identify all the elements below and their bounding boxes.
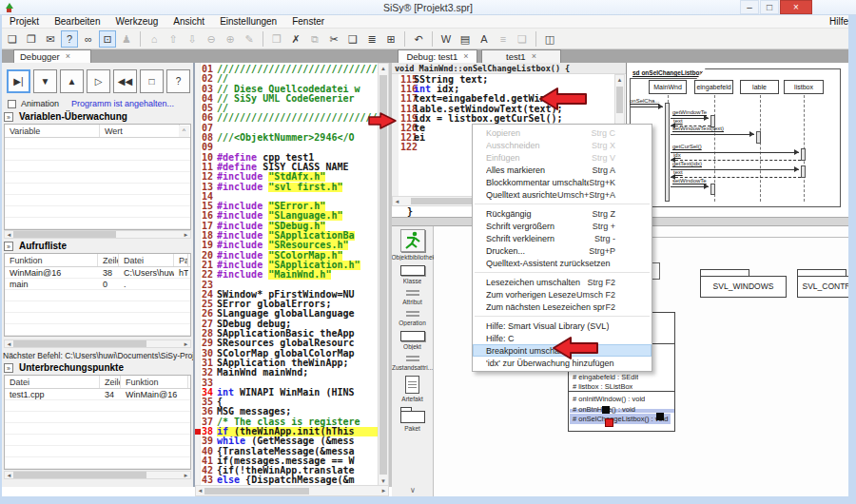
code-line-36[interactable]: 36MSG messages; (195, 407, 378, 417)
scroll-thumb[interactable] (13, 231, 116, 238)
help-book-icon[interactable]: ◫ (541, 30, 558, 48)
scroll-thumb[interactable] (13, 340, 146, 347)
scroll-up-icon[interactable]: ▲ (379, 64, 388, 73)
print-icon[interactable]: ▤ (457, 30, 474, 48)
code-line-06[interactable]: 06//////////////////////////////// (195, 113, 378, 123)
list-view-icon[interactable]: ≣ (363, 30, 380, 48)
menu-bearbeiten[interactable]: Bearbeiten (47, 15, 107, 29)
context-menu-item-quelltext-assistent-zur-cksetzen[interactable]: Quelltext-Assistent zurücksetzen (473, 257, 652, 269)
code-line-37[interactable]: 37/* The class is registere (195, 417, 378, 427)
code-line-14[interactable]: 14 (195, 192, 378, 202)
code-line-07[interactable]: 07 (195, 124, 378, 133)
search-binoculars-icon[interactable]: ∞ (80, 30, 97, 48)
context-menu-item-lesezeichen-umschalten[interactable]: Lesezeichen umschaltenStrg F2 (473, 276, 652, 288)
code-line-24[interactable]: 24SWindow* pFirstWindow=NU (195, 290, 378, 300)
code-line-32[interactable]: 32MainWnd mainWnd; (195, 368, 378, 378)
code-line-30[interactable]: 30SColorMap globalColorMap (195, 349, 378, 359)
context-menu-item-r-ckg-ngig[interactable]: RückgängigStrg Z (473, 207, 652, 220)
context-menu-item-alles-markieren[interactable]: Alles markierenStrg A (473, 164, 652, 176)
menu-werkzeug[interactable]: Werkzeug (108, 15, 166, 29)
code-line-13[interactable]: 13#include "svl_first.h" (195, 183, 378, 192)
code-line-15[interactable]: 15#include "SError.h" (195, 202, 378, 211)
scroll-thumb[interactable] (204, 488, 309, 494)
collapse-icon[interactable]: » (4, 363, 13, 373)
step-out-button[interactable]: ▲ (60, 69, 84, 93)
scroll-thumb[interactable] (13, 472, 146, 478)
code-line-38[interactable]: 38if (theWinApp.init(hThis (195, 427, 378, 436)
scroll-right-icon[interactable]: ► (379, 487, 388, 494)
code-line-19[interactable]: 19#include "SResources.h" (195, 241, 378, 250)
code-line-01[interactable]: 01//////////////////////////////// (195, 65, 378, 74)
code-line-35[interactable]: 35{ (195, 397, 378, 407)
grid-view-icon[interactable]: ⊞ (382, 30, 399, 48)
scroll-left-icon[interactable]: ◄ (393, 198, 401, 205)
code-line-18[interactable]: 18#include "SApplicationBa (195, 231, 378, 241)
code-line-27[interactable]: 27SDebug debug; (195, 320, 378, 329)
code-line-03[interactable]: 03// Diese Quellcodedatei w (195, 85, 378, 94)
class-operation[interactable]: # onInitWindow() : void (573, 395, 645, 404)
code-line-33[interactable]: 33 (195, 378, 378, 388)
delete-icon[interactable]: ✗ (287, 30, 304, 48)
help-icon[interactable]: ? (61, 30, 78, 48)
table-row[interactable]: test1.cpp34WinMain@16 (5, 389, 190, 400)
scroll-right-icon[interactable]: ► (182, 340, 190, 348)
maximize-button[interactable]: □ (760, 0, 779, 14)
section-variables[interactable]: » Variablen-Überwachung (4, 111, 127, 122)
code-line-115[interactable]: 115SString text; (392, 75, 613, 85)
lifeline-eingabefeld[interactable]: eingabefeld (694, 80, 733, 94)
lifeline-lable[interactable]: lable (740, 80, 779, 94)
animation-checkbox[interactable] (8, 100, 16, 108)
callstack-hscrollbar[interactable]: ◄ ► (4, 339, 191, 348)
stop-button[interactable]: □ (140, 69, 164, 93)
run-button[interactable]: ▷ (87, 69, 110, 93)
palette-operation[interactable]: Operation (392, 310, 434, 326)
scroll-left-icon[interactable]: ◄ (196, 487, 204, 494)
menu-hilfe[interactable]: Hilfe (829, 15, 848, 29)
package-svl-contr[interactable]: SVL_CONTR (797, 269, 856, 298)
tab-debugger[interactable]: Debugger × (13, 49, 91, 63)
section-breakpoints[interactable]: » Unterbrechungspunkte (4, 362, 124, 373)
context-menu-item-hilfe-smart-visual-library-svl[interactable]: Hilfe: Smart Visual Library (SVL) (473, 320, 652, 332)
column-header-funktion[interactable]: Funktion (5, 254, 98, 266)
palette-artefakt[interactable]: Artefakt (392, 376, 434, 402)
close-icon[interactable]: × (66, 52, 70, 61)
section-callstack[interactable]: » Aufrufliste (4, 241, 67, 251)
column-header-wert[interactable]: Wert (100, 125, 180, 137)
scroll-up-icon[interactable]: ▲ (615, 75, 624, 85)
table-row[interactable]: main0. (5, 279, 190, 290)
context-menu-item-schrift-vergr-ern[interactable]: Schrift vergrößernStrg + (473, 220, 652, 232)
callstack-table[interactable]: FunktionZeileDateiPaWinMain@1638C:\Users… (4, 253, 191, 337)
code-line-25[interactable]: 25SError globalErrors; (195, 300, 378, 309)
column-header-pa[interactable]: Pa (174, 254, 188, 266)
scroll-thumb[interactable] (616, 87, 623, 113)
palette-klasse[interactable]: Klasse (392, 265, 434, 284)
step-over-button[interactable]: ▼ (33, 69, 57, 93)
palette-attribut[interactable]: Attribut (392, 289, 434, 305)
code-line-28[interactable]: 28SApplicationBasic theApp (195, 329, 378, 339)
context-menu-item-blockkommentar-umschalten[interactable]: Blockkommentar umschaltenStrg+K (473, 176, 652, 188)
selection-handle[interactable] (656, 413, 664, 420)
menu-projekt[interactable]: Projekt (2, 15, 47, 29)
step-into-button[interactable]: ▶| (7, 69, 30, 93)
code-editor[interactable]: 01////////////////////////////////02//03… (195, 63, 378, 487)
cut-icon[interactable]: ✂ (325, 30, 342, 48)
code-line-21[interactable]: 21#include "SApplication.h" (195, 261, 378, 270)
column-header-zeile[interactable]: Zeile (98, 254, 119, 266)
lifeline-listbox[interactable]: listbox (784, 80, 824, 94)
palette-objektbibliothek[interactable]: Objektbibliothek (392, 229, 434, 261)
code-line-22[interactable]: 22#include "MainWnd.h" (195, 270, 378, 280)
scroll-right-icon[interactable]: ► (182, 472, 190, 479)
column-header-variable[interactable]: Variable (5, 125, 100, 137)
mail-icon[interactable]: ✉ (42, 30, 59, 48)
code-line-05[interactable]: 05// (195, 104, 378, 113)
code-line-12[interactable]: 12#include "StdAfx.h" (195, 172, 378, 182)
collapse-icon[interactable]: » (4, 112, 13, 122)
code-line-16[interactable]: 16#include "SLanguage.h" (195, 211, 378, 221)
class-attribute[interactable]: # listbox : SListBox (573, 382, 632, 392)
palette-paket[interactable]: Paket (392, 407, 434, 432)
column-header-datei[interactable]: Datei (119, 254, 174, 266)
palette-zustandsattri[interactable]: Zustandsattri... (392, 355, 434, 371)
breakpoints-table[interactable]: DateiZeileFunktiontest1.cpp34WinMain@16 (4, 375, 191, 470)
variables-table[interactable]: ^ VariableWert (4, 124, 191, 230)
scroll-left-icon[interactable]: ◄ (5, 231, 13, 239)
